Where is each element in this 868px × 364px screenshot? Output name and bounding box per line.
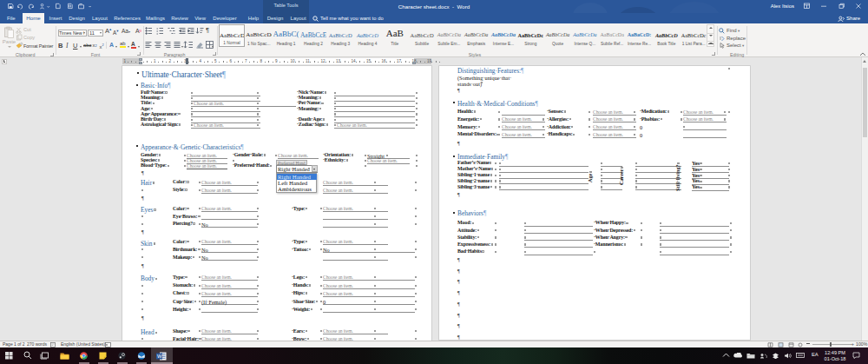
svg-text:W: W — [157, 354, 162, 359]
